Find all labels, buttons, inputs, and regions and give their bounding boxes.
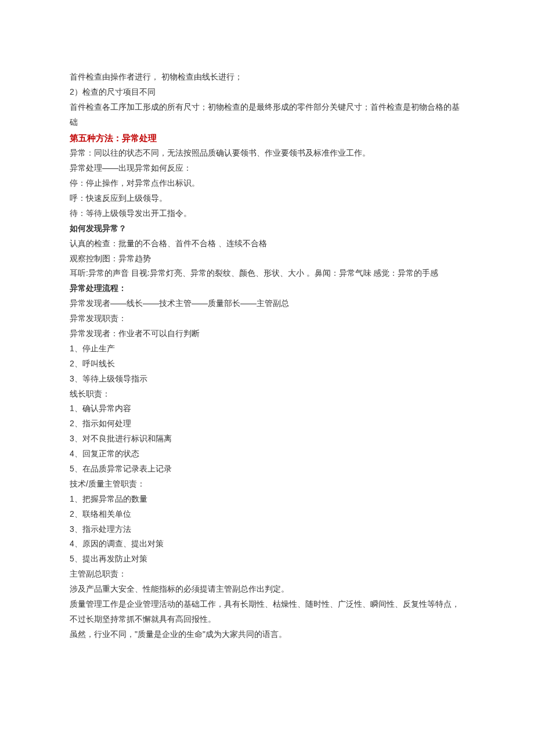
text-line: 待：等待上级领导发出开工指令。 [70, 206, 464, 221]
text-line: 认真的检查：批量的不合格、首件不合格 、连续不合格 [70, 236, 464, 251]
text-line: 4、原因的调查、提出对策 [70, 537, 464, 552]
text-line: 如何发现异常？ [70, 221, 464, 236]
text-line: 3、等待上级领导指示 [70, 372, 464, 387]
text-line: 异常处理流程： [70, 281, 464, 296]
text-line: 主管副总职责： [70, 567, 464, 582]
text-line: 异常发现职责： [70, 311, 464, 326]
text-line: 2、指示如何处理 [70, 416, 464, 431]
text-line: 异常处理——出现异常如何反应： [70, 161, 464, 176]
text-line: 异常发现者——线长——技术主管——质量部长——主管副总 [70, 296, 464, 311]
text-line: 5、提出再发防止对策 [70, 552, 464, 567]
text-line: 5、在品质异常记录表上记录 [70, 462, 464, 477]
text-line: 2、呼叫线长 [70, 357, 464, 372]
text-line: 线长职责： [70, 387, 464, 402]
text-line: 涉及产品重大安全、性能指标的必须提请主管副总作出判定。 [70, 582, 464, 597]
text-line: 第五种方法：异常处理 [70, 130, 464, 146]
text-line: 2）检查的尺寸项目不同 [70, 85, 464, 100]
text-line: 耳听:异常的声音 目视:异常灯亮、异常的裂纹、颜色、形状、大小 。鼻闻：异常气味… [70, 266, 464, 281]
text-line: 观察控制图：异常趋势 [70, 251, 464, 267]
text-line: 停：停止操作，对异常点作出标识。 [70, 176, 464, 191]
text-line: 异常：同以往的状态不同，无法按照品质确认要领书、作业要领书及标准作业工作。 [70, 146, 464, 161]
text-line: 3、指示处理方法 [70, 522, 464, 537]
text-line: 技术/质量主管职责： [70, 477, 464, 492]
text-line: 2、联络相关单位 [70, 507, 464, 522]
text-line: 1、把握异常品的数量 [70, 492, 464, 507]
text-line: 首件检查由操作者进行， 初物检查由线长进行； [70, 70, 464, 85]
text-line: 1、确认异常内容 [70, 401, 464, 416]
text-line: 虽然，行业不同，"质量是企业的生命"成为大家共同的语言。 [70, 627, 464, 642]
text-line: 1、停止生产 [70, 341, 464, 357]
text-line: 3、对不良批进行标识和隔离 [70, 431, 464, 447]
text-line: 异常发现者：作业者不可以自行判断 [70, 326, 464, 341]
text-line: 质量管理工作是企业管理活动的基础工作，具有长期性、枯燥性、随时性、广泛性、瞬间性… [70, 597, 464, 627]
text-line: 首件检查各工序加工形成的所有尺寸；初物检查的是最终形成的零件部分关键尺寸；首件检… [70, 100, 464, 130]
text-line: 4、回复正常的状态 [70, 447, 464, 462]
document-body: 首件检查由操作者进行， 初物检查由线长进行；2）检查的尺寸项目不同首件检查各工序… [70, 70, 464, 642]
text-line: 呼：快速反应到上级领导。 [70, 191, 464, 206]
